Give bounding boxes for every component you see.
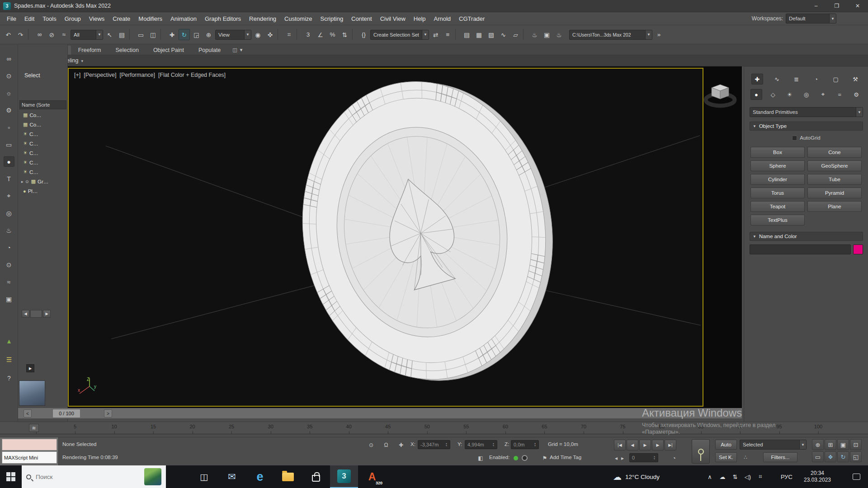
timeline-tick[interactable]: 5 [74,424,76,429]
next-key-button[interactable]: > [104,409,112,418]
timeline-tick[interactable]: 40 [346,424,352,429]
toolbar-separator[interactable] [352,29,356,40]
helper-icon[interactable]: ⌖ [4,191,14,201]
frame-prev-arrow[interactable]: ◂ [613,454,619,463]
mini-curve-editor-button[interactable]: ≋ [29,424,39,432]
menu-item[interactable]: File [3,12,20,25]
toolbar-separator[interactable] [455,29,459,40]
maxscript-mini-listener[interactable]: MAXScript Mini [0,437,59,465]
dock-preview-thumbnail[interactable] [19,380,45,406]
coord-mode-icon[interactable]: ✚ [396,441,406,450]
progressive-display-toggle[interactable]: ◧ [476,454,486,463]
menu-item[interactable]: Modifiers [134,12,166,25]
curve-editor-button[interactable]: ∿ [498,29,509,40]
toolbar-separator[interactable] [297,29,301,40]
primitive-category-dropdown[interactable]: Standard Primitives▼ [750,107,863,117]
close-button[interactable]: ✕ [847,0,868,12]
menu-item[interactable]: Civil View [376,12,410,25]
expand-arrow-icon[interactable]: ▸ ⊙ [21,179,29,184]
spinner-icon[interactable]: ▲▼ [445,442,448,447]
autogrid-checkbox[interactable] [792,136,797,141]
edge-app-icon[interactable]: e [246,465,274,488]
selection-filter-dropdown[interactable]: All▼ [71,30,103,40]
sphere-icon[interactable]: ● [4,156,14,167]
eye-icon[interactable]: ⊙ [4,259,14,270]
object-type-button[interactable]: Plane [807,201,862,212]
list-icon[interactable]: ☰ [4,354,14,365]
toolbar-separator[interactable] [523,29,527,40]
pin-icon[interactable]: ⊙ [4,70,14,81]
object-type-rollout-header[interactable]: ▼Object Type [750,122,863,131]
3dsmax-app-icon[interactable]: 3 [330,465,358,488]
shapes-category[interactable]: ◇ [767,89,779,100]
project-folder-dropdown[interactable]: C:\Users\Ton...3ds Max 202▼ [569,30,652,40]
pager-next-button[interactable]: ▶ [43,310,51,318]
snaps-toggle-button[interactable]: 3 [302,29,314,40]
object-type-button[interactable]: Sphere [750,160,805,171]
scene-object-geometry[interactable]: ▦ Co… [19,120,66,129]
timeline-tick[interactable]: 80 [659,424,665,429]
object-type-button[interactable]: Tube [807,174,862,185]
object-type-button[interactable]: Cone [807,147,862,158]
link-icon[interactable]: ∞ [4,53,14,64]
scene-object-light[interactable]: ☀ C… [19,129,66,139]
network-icon[interactable]: ⇅ [729,465,741,488]
zoom-extents-icon[interactable]: ▣ [837,439,849,450]
select-and-move-button[interactable]: ✚ [166,29,178,40]
light-icon[interactable]: ☼ [4,88,14,98]
menu-item[interactable]: Edit [20,12,38,25]
action-center-button[interactable] [846,465,866,488]
spinner-icon[interactable]: ▲▼ [534,442,536,447]
isolate-selection-toggle[interactable]: ⊙ [366,441,376,450]
timeline-tick[interactable]: 65 [542,424,547,429]
viewport-performance-menu[interactable]: [Performance] [120,72,156,78]
menu-item[interactable]: Help [410,12,430,25]
spinner-snap-button[interactable]: ⇅ [339,29,350,40]
use-pivot-center-button[interactable]: ◉ [252,29,264,40]
menu-item[interactable]: Views [85,12,108,25]
gear-icon[interactable]: ⚙ [4,105,14,115]
timeline-tick[interactable]: 90 [737,424,743,429]
go-to-start-button[interactable]: |◀ [614,440,626,450]
systems-category[interactable]: ⚙ [850,89,862,100]
start-button[interactable] [0,465,22,488]
volume-icon[interactable]: ◁) [741,465,754,488]
pan-icon[interactable]: ❖ [825,451,836,462]
timeline-tick[interactable]: 10 [111,424,117,429]
zoom-icon[interactable]: ⊕ [812,439,824,450]
menu-item[interactable]: Content [347,12,376,25]
ribbon-tab[interactable]: Populate [191,46,228,55]
zoom-all-icon[interactable]: ⊞ [825,439,836,450]
schematic-view-button[interactable]: ▱ [510,29,521,40]
modify-tab[interactable]: ∿ [771,74,783,84]
pager-prev-button[interactable]: ◀ [22,310,29,318]
help-icon[interactable]: ? [4,373,14,383]
go-to-end-button[interactable]: ▶| [665,440,676,450]
key-mode-icon[interactable]: ∴ [741,453,750,462]
menu-item[interactable]: Customize [280,12,316,25]
zoom-extents-all-icon[interactable]: ⊡ [850,439,862,450]
hierarchy-tab[interactable]: ≣ [791,74,802,84]
scene-object-group[interactable]: ▸ ⊙ ▩ Gr… [19,177,66,186]
maximize-button[interactable]: ❐ [826,0,847,12]
teapot-icon[interactable]: ♨ [4,225,14,235]
object-type-button[interactable]: Pyramid [807,188,862,198]
selection-set-key-dropdown[interactable]: Selected▼ [740,440,807,450]
timeline-tick[interactable]: 45 [385,424,391,429]
select-and-link-button[interactable]: ∞ [34,29,45,40]
named-selection-set-dropdown[interactable]: Create Selection Set▼ [370,30,429,40]
workspaces-dropdown[interactable]: Default▼ [786,14,836,23]
display-tab[interactable]: ▢ [830,74,842,84]
orbit-icon[interactable]: ↻ [837,451,849,462]
timeline-tick[interactable]: 75 [620,424,625,429]
timeline-tick[interactable]: 95 [776,424,782,429]
lights-category[interactable]: ☀ [784,89,796,100]
viewcube[interactable] [703,81,737,113]
object-type-button[interactable]: Teapot [750,201,805,212]
angle-snap-button[interactable]: ∠ [315,29,326,40]
dock-play-button[interactable]: ▶ [26,364,34,372]
utilities-tab[interactable]: ⚒ [849,74,861,84]
helpers-category[interactable]: ⌖ [817,89,829,100]
timeline-tick[interactable]: 70 [581,424,586,429]
zoom-region-icon[interactable]: ▭ [812,451,824,462]
